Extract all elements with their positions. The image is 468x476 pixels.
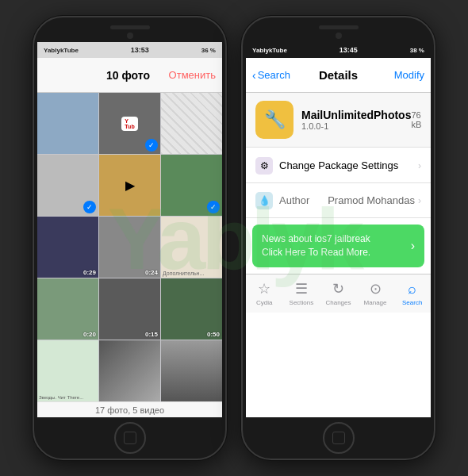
- camera-1: [127, 33, 133, 39]
- settings-section: ⚙ Change Package Settings › 💧 Author Pra…: [246, 148, 431, 218]
- phone-2: YablykTube 13:45 38 % ‹ Search Details M…: [241, 16, 435, 460]
- photo-cell-9[interactable]: Дополнительн...: [161, 217, 222, 278]
- duration-11: 0:15: [145, 331, 158, 338]
- photo-cell-10[interactable]: 0:20: [37, 278, 98, 340]
- chevron-1: ›: [418, 160, 421, 171]
- change-package-settings-row[interactable]: ⚙ Change Package Settings ›: [246, 148, 431, 183]
- photo-cell-3[interactable]: [161, 93, 222, 154]
- speaker-1: [110, 25, 150, 29]
- tab-search[interactable]: ⌕ Search: [393, 281, 431, 306]
- chevron-2: ›: [418, 195, 421, 206]
- tab-label-cydia: Cydia: [256, 299, 272, 306]
- package-header: 🔧 MailUnlimitedPhotos 1.0.0-1 76 kB: [246, 93, 431, 148]
- news-line-1: News about ios7 jailbreak: [262, 232, 370, 246]
- carrier-1: YablykTube: [44, 47, 79, 54]
- photo-cell-14[interactable]: [99, 340, 160, 401]
- duration-7: 0:29: [83, 269, 96, 276]
- tab-cydia[interactable]: ☆ Cydia: [246, 280, 283, 306]
- cancel-button[interactable]: Отменить: [169, 69, 216, 81]
- photo-cell-5[interactable]: ▶: [99, 155, 160, 216]
- search-icon: ⌕: [408, 281, 416, 298]
- tab-bar: ☆ Cydia ☰ Sections ↻ Changes ⊙ Manage ⌕: [246, 274, 431, 313]
- cydia-icon: ☆: [258, 280, 270, 298]
- tab-label-search: Search: [402, 299, 422, 306]
- home-button-1[interactable]: [114, 422, 146, 454]
- photo-cell-2[interactable]: YTub ✓: [99, 93, 160, 154]
- count-label: 17 фото, 5 видео: [37, 401, 222, 417]
- screen-2: YablykTube 13:45 38 % ‹ Search Details M…: [246, 42, 431, 417]
- back-label: Search: [258, 69, 290, 81]
- photo-cell-13[interactable]: Звезды. Чит There...: [37, 340, 98, 401]
- check-6: ✓: [207, 201, 220, 213]
- settings-row-label-1: Change Package Settings: [279, 159, 398, 171]
- news-banner[interactable]: News about ios7 jailbreak Click Here To …: [252, 225, 424, 267]
- sections-icon: ☰: [295, 280, 308, 298]
- settings-row-icon-1: ⚙: [255, 157, 273, 175]
- photo-cell-4[interactable]: ✓: [37, 155, 98, 216]
- package-icon: 🔧: [255, 101, 293, 139]
- photo-cell-15[interactable]: [161, 340, 222, 401]
- changes-icon: ↻: [332, 280, 344, 298]
- screen-1: YablykTube 13:53 36 % 10 фото Отменить ✓…: [37, 42, 222, 417]
- time-1: 13:53: [131, 46, 149, 54]
- carrier-2: YablykTube: [252, 47, 287, 54]
- author-label: Author: [279, 194, 309, 206]
- photo-cell-6[interactable]: ✓: [161, 155, 222, 216]
- cydia-nav: ‹ Search Details Modify: [246, 58, 431, 93]
- duration-10: 0:20: [83, 331, 96, 338]
- duration-8: 0:24: [145, 269, 158, 276]
- tab-sections[interactable]: ☰ Sections: [283, 280, 320, 306]
- time-2: 13:45: [339, 46, 358, 54]
- author-value: Pramod Mohandas: [328, 194, 415, 206]
- check-4: ✓: [83, 201, 96, 213]
- tab-label-sections: Sections: [290, 299, 314, 306]
- photo-cell-11[interactable]: 0:15: [99, 278, 160, 340]
- status-bar-2: YablykTube 13:45 38 %: [246, 42, 431, 58]
- battery-2: 38 %: [410, 47, 424, 54]
- home-button-2[interactable]: [323, 422, 355, 454]
- news-line-2: Click Here To Read More.: [262, 246, 370, 259]
- photo-cell-8[interactable]: 0:24: [99, 217, 160, 278]
- author-row[interactable]: 💧 Author Pramod Mohandas ›: [246, 183, 431, 218]
- news-text: News about ios7 jailbreak Click Here To …: [262, 232, 370, 259]
- speaker-2: [319, 25, 359, 29]
- photo-cell-1[interactable]: ✓: [37, 93, 98, 154]
- news-chevron: ›: [411, 239, 415, 253]
- package-size: 76 kB: [411, 110, 421, 129]
- package-version: 1.0.0-1: [301, 121, 411, 131]
- photo-cell-12[interactable]: 0:50: [161, 278, 222, 340]
- photo-count: 10 фото: [106, 69, 150, 82]
- modify-button[interactable]: Modify: [394, 69, 424, 81]
- battery-1: 36 %: [201, 47, 216, 54]
- photo-cell-7[interactable]: 0:29: [37, 217, 98, 278]
- package-name: MailUnlimitedPhotos: [301, 109, 411, 121]
- phones-container: YablykTube 13:53 36 % 10 фото Отменить ✓…: [33, 16, 435, 460]
- tab-changes[interactable]: ↻ Changes: [320, 280, 357, 306]
- tab-label-changes: Changes: [325, 299, 351, 306]
- camera-2: [336, 33, 342, 39]
- tab-label-manage: Manage: [364, 299, 387, 306]
- phone-1: YablykTube 13:53 36 % 10 фото Отменить ✓…: [33, 16, 227, 460]
- author-icon: 💧: [255, 192, 273, 209]
- cydia-title: Details: [319, 68, 358, 82]
- manage-icon: ⊙: [370, 280, 382, 298]
- duration-12: 0:50: [207, 331, 220, 338]
- status-bar-1: YablykTube 13:53 36 %: [37, 42, 222, 58]
- check-2: ✓: [145, 139, 158, 152]
- package-info: MailUnlimitedPhotos 1.0.0-1: [301, 109, 411, 131]
- row-left-1: ⚙ Change Package Settings: [255, 157, 398, 175]
- back-button[interactable]: ‹ Search: [252, 69, 290, 82]
- tab-manage[interactable]: ⊙ Manage: [357, 280, 394, 306]
- nav-bar-1: 10 фото Отменить: [37, 58, 222, 93]
- photo-grid: ✓ YTub ✓ ✓ ▶ ✓: [37, 93, 222, 401]
